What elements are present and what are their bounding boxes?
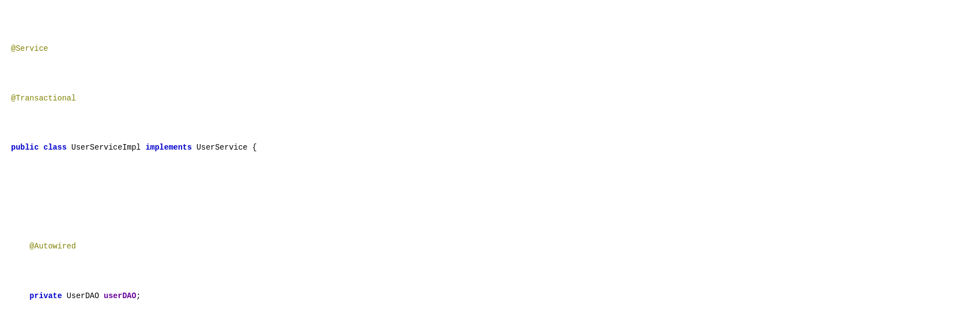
code-line-3: public class UserServiceImpl implements … [11,141,969,153]
code-area: @Service @Transactional public class Use… [0,0,980,318]
code-line-6: private UserDAO userDAO; [11,290,969,302]
code-line-4 [11,191,969,203]
code-line-1: @Service [11,43,969,55]
code-line-5: @Autowired [11,240,969,252]
code-line-2: @Transactional [11,92,969,104]
